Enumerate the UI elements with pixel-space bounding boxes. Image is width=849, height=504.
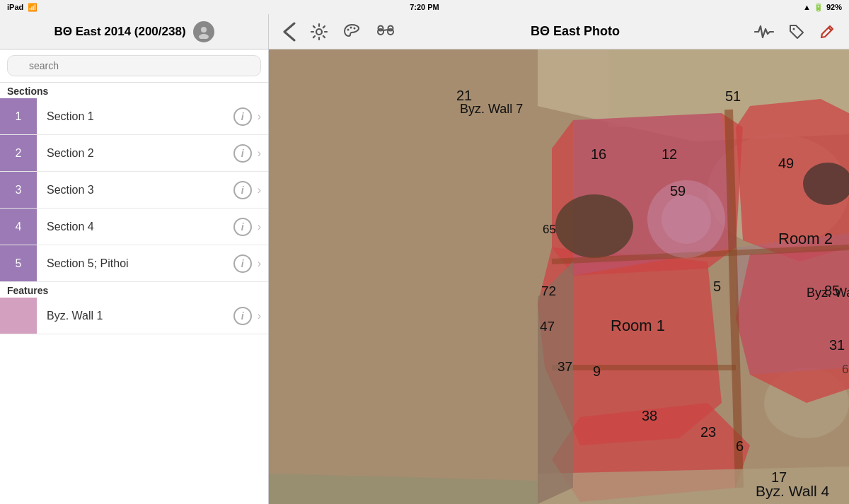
signal-icon: ▲ — [803, 3, 811, 11]
edit-button[interactable] — [819, 24, 835, 40]
svg-point-11 — [792, 28, 795, 30]
item-number-f1 — [0, 298, 37, 334]
svg-point-2 — [316, 29, 322, 35]
item-actions-f1: i › — [233, 307, 268, 325]
battery-percent: 92% — [826, 3, 842, 11]
item-number-3: 3 — [0, 172, 37, 208]
battery-icon: 🔋 — [814, 3, 824, 12]
info-button-1[interactable]: i — [233, 107, 252, 126]
list-item-section-3[interactable]: 3 Section 3 i › — [0, 172, 268, 209]
map-title: BΘ East Photo — [531, 24, 620, 38]
chevron-4: › — [258, 221, 261, 233]
chevron-f1: › — [258, 310, 261, 322]
content-area: 🔍 Sections 1 Section 1 i › 2 Section 2 — [0, 49, 849, 504]
time-display: 7:20 PM — [410, 3, 439, 11]
svg-text:72: 72 — [541, 283, 556, 298]
info-button-4[interactable]: i — [233, 218, 252, 236]
toolbar-nav — [283, 22, 396, 42]
svg-text:16: 16 — [591, 146, 606, 162]
chevron-2: › — [258, 147, 261, 160]
item-actions-5: i › — [233, 254, 268, 273]
svg-text:65: 65 — [842, 363, 849, 376]
toolbar: BΘ East 2014 (200/238) — [0, 14, 849, 49]
svg-text:Room 2: Room 2 — [778, 230, 833, 247]
search-container: 🔍 — [0, 49, 268, 83]
sidebar: 🔍 Sections 1 Section 1 i › 2 Section 2 — [0, 49, 269, 504]
item-actions-4: i › — [233, 218, 268, 236]
svg-point-4 — [350, 26, 352, 28]
item-label-3: Section 3 — [37, 184, 233, 197]
svg-text:Room 1: Room 1 — [611, 317, 665, 334]
item-number-4: 4 — [0, 209, 37, 245]
map-area[interactable]: Byz. Wall 7 16 12 21 51 49 59 Room 2 72 … — [269, 49, 849, 504]
map-title-container: BΘ East Photo — [531, 24, 620, 39]
palette-button[interactable] — [342, 23, 361, 41]
item-actions-1: i › — [233, 107, 268, 126]
svg-point-31 — [662, 194, 711, 244]
svg-text:6: 6 — [736, 438, 744, 454]
svg-text:37: 37 — [558, 359, 572, 374]
status-bar: iPad 📶 7:20 PM ▲ 🔋 92% — [0, 0, 849, 14]
toolbar-left: BΘ East 2014 (200/238) — [0, 14, 269, 49]
wifi-icon: 📶 — [28, 3, 37, 12]
tag-button[interactable] — [788, 23, 805, 40]
svg-text:5: 5 — [713, 279, 721, 294]
item-label-5: Section 5; Pithoi — [37, 257, 233, 270]
app-body: BΘ East 2014 (200/238) — [0, 14, 849, 504]
site-map-svg: Byz. Wall 7 16 12 21 51 49 59 Room 2 72 … — [269, 49, 849, 504]
list-item-section-1[interactable]: 1 Section 1 i › — [0, 98, 268, 135]
item-number-5: 5 — [0, 245, 37, 281]
device-label: iPad — [7, 3, 23, 11]
chevron-1: › — [258, 110, 261, 123]
svg-text:12: 12 — [662, 146, 677, 162]
toolbar-title: BΘ East 2014 (200/238) — [54, 25, 185, 39]
search-input[interactable] — [7, 55, 261, 76]
svg-text:38: 38 — [642, 408, 657, 423]
svg-text:47: 47 — [540, 319, 555, 334]
features-header: Features — [0, 282, 268, 298]
svg-point-0 — [201, 27, 207, 33]
back-button[interactable] — [283, 22, 296, 42]
item-label-4: Section 4 — [37, 221, 233, 233]
search-wrapper: 🔍 — [7, 55, 261, 76]
item-number-1: 1 — [0, 98, 37, 134]
chevron-3: › — [258, 184, 261, 197]
sections-header: Sections — [0, 83, 268, 98]
list-item-section-5[interactable]: 5 Section 5; Pithoi i › — [0, 245, 268, 282]
activity-button[interactable] — [754, 24, 774, 40]
svg-point-3 — [347, 28, 350, 30]
info-button-3[interactable]: i — [233, 181, 252, 199]
settings-button[interactable] — [310, 23, 328, 41]
item-actions-3: i › — [233, 181, 268, 199]
svg-text:9: 9 — [593, 363, 601, 379]
svg-text:Byz. Wall 7: Byz. Wall 7 — [460, 102, 523, 116]
list-item-section-2[interactable]: 2 Section 2 i › — [0, 135, 268, 172]
svg-point-5 — [354, 27, 356, 29]
svg-line-10 — [383, 30, 388, 30]
svg-text:51: 51 — [725, 88, 741, 104]
chevron-5: › — [258, 257, 261, 270]
toolbar-right: BΘ East Photo — [269, 22, 849, 42]
list-item-feature-1[interactable]: Byz. Wall 1 i › — [0, 298, 268, 334]
svg-text:49: 49 — [778, 156, 794, 171]
info-button-5[interactable]: i — [233, 254, 252, 273]
svg-text:59: 59 — [670, 183, 686, 199]
link-button[interactable] — [375, 24, 396, 40]
info-button-f1[interactable]: i — [233, 307, 252, 325]
info-button-2[interactable]: i — [233, 144, 252, 163]
item-actions-2: i › — [233, 144, 268, 163]
item-label-f1: Byz. Wall 1 — [37, 310, 233, 322]
item-label-2: Section 2 — [37, 147, 233, 160]
svg-text:65: 65 — [543, 223, 556, 236]
list-item-section-4[interactable]: 4 Section 4 i › — [0, 209, 268, 245]
svg-text:Byz. Wall 1: Byz. Wall 1 — [807, 286, 849, 300]
svg-text:31: 31 — [829, 337, 845, 353]
svg-point-25 — [555, 194, 633, 258]
avatar — [193, 21, 214, 42]
svg-text:Byz. Wall 4: Byz. Wall 4 — [756, 483, 830, 499]
svg-text:23: 23 — [700, 424, 716, 440]
item-label-1: Section 1 — [37, 110, 233, 123]
toolbar-actions — [754, 23, 835, 40]
svg-text:21: 21 — [456, 88, 472, 103]
svg-point-1 — [199, 34, 209, 39]
